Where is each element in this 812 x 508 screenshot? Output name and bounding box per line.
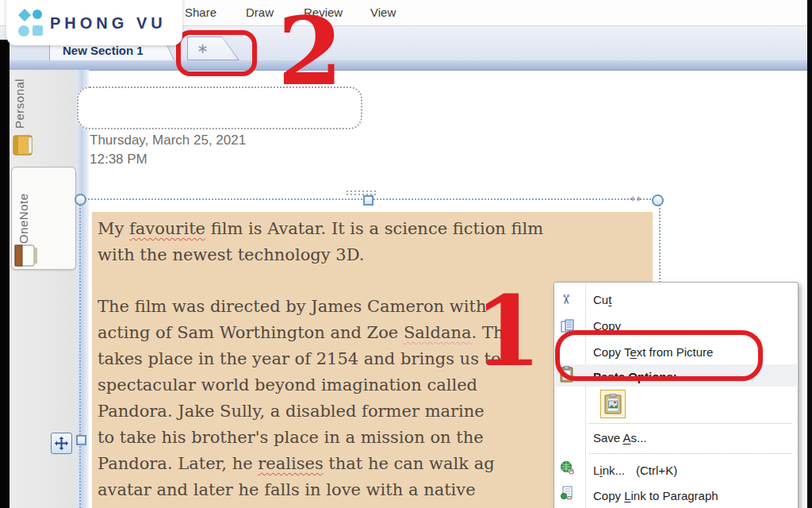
menu-item-cut[interactable]: Cut <box>593 294 611 306</box>
menu-item-link[interactable]: Link...(Ctrl+K) <box>593 464 677 477</box>
section-tab-label: New Section 1 <box>63 44 144 57</box>
menu-draw[interactable]: Draw <box>246 6 274 19</box>
picture-text-line: My favourite film is Avatar. It is a sci… <box>98 216 653 242</box>
annotation-circle-copy-text <box>555 330 763 381</box>
shortcut-hint: (Ctrl+K) <box>636 464 677 477</box>
menu-view[interactable]: View <box>370 6 396 19</box>
misspelled-word: favourite <box>129 219 205 238</box>
menu-item-save-as[interactable]: Save As... <box>593 432 647 444</box>
picture-text-line: with the newest technology 3D. <box>98 242 653 268</box>
sidebar-item-personal[interactable]: Personal <box>13 70 26 129</box>
menu-gutter-divider <box>585 283 586 508</box>
menu-share[interactable]: Share <box>185 6 216 19</box>
move-arrows-icon <box>55 437 68 450</box>
right-black-bar <box>807 0 812 508</box>
logo-card: PHONG VU <box>6 0 182 45</box>
menu-separator <box>589 453 791 454</box>
annotation-step-1: 1 <box>474 283 542 379</box>
resize-handle-top-right[interactable] <box>652 194 664 206</box>
menu-item-copy-link-to-paragraph[interactable]: Copy Link to Paragraph <box>593 490 718 502</box>
resize-handle-top-center[interactable] <box>363 195 373 206</box>
logo-wordmark: PHONG VU <box>50 14 167 33</box>
notebook-icon <box>13 244 39 271</box>
annotation-step-2: 2 <box>278 5 343 98</box>
link-icon <box>560 460 574 478</box>
left-black-bar <box>0 40 10 508</box>
menu-separator <box>589 423 791 424</box>
paste-keep-picture-button[interactable] <box>600 390 626 418</box>
misspelled-word: realises <box>258 454 323 473</box>
sidebar-item-onenote[interactable]: OneNote <box>11 167 76 270</box>
resize-handle-left-middle[interactable] <box>76 435 86 445</box>
context-menu: ✂ Cut Copy Copy Text from Picture Paste … <box>553 282 799 508</box>
page-time: 12:38 PM <box>90 152 147 167</box>
annotation-circle-new-section <box>176 30 257 76</box>
page-top-band <box>10 60 807 71</box>
misspelled-word: Saldana <box>404 323 472 342</box>
page-date: Thursday, March 25, 2021 <box>90 133 246 148</box>
copy-link-icon <box>560 486 574 503</box>
resize-handle-top-left[interactable] <box>75 194 86 206</box>
notebook-icon <box>11 135 35 159</box>
onenote-window: Share Draw Review View New Section 1 ∗ P… <box>0 0 812 508</box>
cut-icon: ✂ <box>558 294 574 305</box>
resize-arrows-icon <box>630 191 642 206</box>
move-object-handle[interactable] <box>51 433 72 454</box>
phongvu-logo-icon <box>17 8 44 41</box>
sidebar-item-label: OneNote <box>17 174 30 244</box>
paste-picture-icon <box>604 394 622 414</box>
